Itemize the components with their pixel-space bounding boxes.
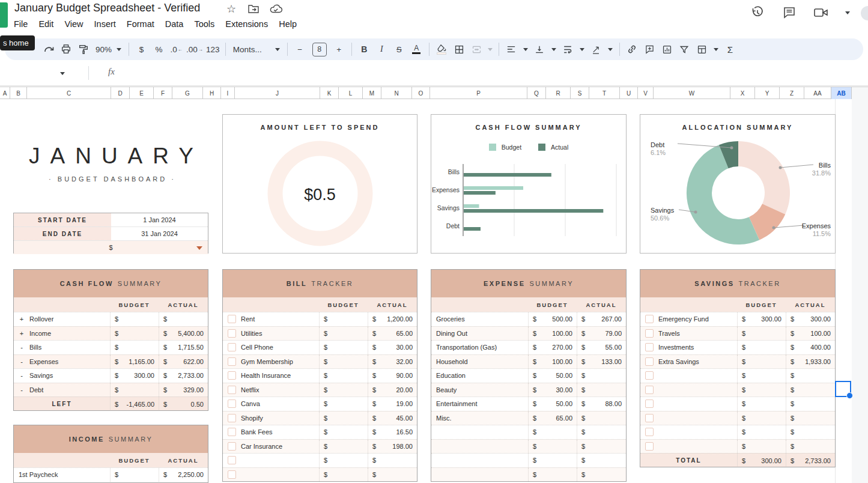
checkbox[interactable] — [645, 386, 654, 394]
zoom-select[interactable]: 90% — [93, 41, 124, 57]
currency-selector[interactable]: $ — [14, 241, 208, 254]
expense_summary-budget-cell[interactable]: $ — [528, 425, 577, 439]
menu-view[interactable]: View — [59, 18, 88, 30]
decrease-decimal-button[interactable]: .0← — [169, 41, 184, 57]
expense_summary-label-cell[interactable]: Groceries — [431, 312, 528, 326]
savings_tracker-budget-cell[interactable]: $ — [737, 355, 786, 369]
savings_tracker-actual-cell[interactable]: $ — [786, 440, 835, 454]
horizontal-align-button[interactable] — [504, 41, 519, 57]
text-color-button[interactable]: A — [409, 41, 424, 57]
cash_flow-label-cell[interactable]: -Debt — [14, 383, 110, 397]
bill_tracker-budget-cell[interactable]: $ — [319, 355, 368, 369]
checkbox[interactable] — [228, 315, 236, 323]
cash_flow-actual-cell[interactable]: $1,715.50 — [159, 341, 208, 354]
expense_summary-budget-cell[interactable]: $50.00 — [528, 397, 577, 411]
expense_summary-label-cell[interactable]: Transportation (Gas) — [431, 341, 528, 354]
savings_tracker-budget-cell[interactable]: $ — [737, 440, 786, 454]
checkbox[interactable] — [645, 442, 654, 451]
paint-format-button[interactable] — [76, 41, 91, 57]
bill_tracker-label-cell[interactable]: Shopify — [223, 412, 319, 425]
savings_tracker-footer-actual[interactable]: $2,733.00 — [786, 454, 835, 467]
checkbox[interactable] — [228, 386, 236, 394]
version-history-icon[interactable] — [750, 5, 765, 20]
bill_tracker-budget-cell[interactable]: $ — [319, 327, 368, 341]
number-format-button[interactable]: 123 — [205, 41, 220, 57]
cash_flow-budget-cell[interactable]: $ — [110, 341, 159, 354]
checkbox[interactable] — [645, 343, 654, 351]
savings_tracker-actual-cell[interactable]: $ — [786, 383, 835, 397]
column-header-D[interactable]: D — [111, 87, 130, 99]
checkbox[interactable] — [228, 399, 236, 408]
column-header-O[interactable]: O — [412, 87, 430, 99]
sheets-logo[interactable] — [0, 2, 8, 28]
name-box-caret[interactable] — [60, 72, 65, 75]
fill-color-button[interactable] — [434, 41, 449, 57]
savings_tracker-footer-budget[interactable]: $300.00 — [737, 454, 786, 467]
checkbox[interactable] — [645, 399, 654, 408]
column-header-V[interactable]: V — [638, 87, 654, 99]
expense_summary-label-cell[interactable]: Household — [431, 355, 528, 369]
expense_summary-label-cell[interactable]: Misc. — [431, 412, 528, 425]
bill_tracker-budget-cell[interactable]: $ — [319, 341, 368, 354]
bill_tracker-budget-cell[interactable]: $ — [319, 369, 368, 383]
move-to-folder-icon[interactable] — [247, 2, 260, 16]
cash_flow-actual-cell[interactable]: $2,733.00 — [159, 369, 208, 383]
bill_tracker-actual-cell[interactable]: $ — [368, 454, 417, 467]
income_summary-actual-cell[interactable]: $2,250.00 — [159, 468, 208, 482]
checkbox[interactable] — [645, 357, 654, 366]
savings_tracker-budget-cell[interactable]: $ — [737, 341, 786, 354]
menu-edit[interactable]: Edit — [33, 18, 59, 30]
expense_summary-actual-cell[interactable]: $ — [577, 369, 626, 383]
column-header-P[interactable]: P — [430, 87, 527, 99]
checkbox[interactable] — [228, 442, 236, 451]
savings_tracker-label-cell[interactable]: Emergency Fund — [640, 312, 737, 326]
start-date-label[interactable]: START DATE — [14, 213, 111, 226]
expense_summary-actual-cell[interactable]: $ — [577, 468, 626, 482]
meet-video-icon[interactable] — [813, 5, 829, 20]
expense_summary-actual-cell[interactable]: $ — [577, 440, 626, 454]
column-header-R[interactable]: R — [546, 87, 571, 99]
bill_tracker-label-cell[interactable]: Gym Membership — [223, 355, 319, 369]
bill_tracker-label-cell[interactable]: Rent — [223, 312, 319, 326]
savings_tracker-actual-cell[interactable]: $400.00 — [786, 341, 835, 354]
cash_flow-footer-budget[interactable]: $-1,465.00 — [110, 397, 159, 411]
star-icon[interactable]: ☆ — [225, 2, 238, 16]
avatar[interactable] — [861, 6, 868, 20]
cash_flow-footer-actual[interactable]: $0.50 — [159, 397, 208, 411]
bold-button[interactable]: B — [357, 41, 372, 57]
decrease-font-size-button[interactable]: − — [293, 41, 308, 57]
bill_tracker-actual-cell[interactable]: $90.00 — [368, 369, 417, 383]
savings_tracker-budget-cell[interactable]: $ — [737, 327, 786, 341]
bill_tracker-actual-cell[interactable]: $198.00 — [368, 440, 417, 454]
column-header-H[interactable]: H — [203, 87, 221, 99]
cash_flow-actual-cell[interactable]: $5,400.00 — [159, 327, 208, 341]
horizontal-align-caret[interactable] — [523, 48, 528, 51]
savings_tracker-actual-cell[interactable]: $ — [786, 369, 835, 383]
selected-cell[interactable] — [835, 381, 851, 397]
income_summary-budget-cell[interactable]: $ — [110, 468, 159, 482]
bill_tracker-actual-cell[interactable]: $16.50 — [368, 425, 417, 439]
checkbox[interactable] — [228, 357, 236, 366]
end-date-label[interactable]: END DATE — [14, 227, 111, 240]
column-header-C[interactable]: C — [27, 87, 111, 99]
column-header-AB[interactable]: AB — [831, 87, 852, 99]
column-header-A[interactable]: A — [0, 87, 10, 99]
expense_summary-label-cell[interactable] — [431, 454, 528, 467]
expense_summary-actual-cell[interactable]: $ — [577, 454, 626, 467]
savings_tracker-actual-cell[interactable]: $100.00 — [786, 327, 835, 341]
expense_summary-budget-cell[interactable]: $500.00 — [528, 312, 577, 326]
allocation-card[interactable]: ALLOCATION SUMMARY Bills31.8%Expenses11.… — [640, 114, 836, 254]
savings_tracker-label-cell[interactable] — [640, 369, 737, 383]
text-wrap-button[interactable] — [560, 41, 575, 57]
savings_tracker-actual-cell[interactable]: $ — [786, 425, 835, 439]
expense_summary-actual-cell[interactable]: $88.00 — [577, 397, 626, 411]
expense_summary-actual-cell[interactable]: $ — [577, 425, 626, 439]
bill_tracker-label-cell[interactable]: Utilities — [223, 327, 319, 341]
cash_flow-label-cell[interactable]: -Savings — [14, 369, 110, 383]
bill_tracker-budget-cell[interactable]: $ — [319, 397, 368, 411]
meet-dropdown-caret[interactable] — [845, 11, 850, 14]
expense_summary-budget-cell[interactable]: $ — [528, 468, 577, 482]
checkbox[interactable] — [228, 371, 236, 380]
savings_tracker-label-cell[interactable] — [640, 440, 737, 454]
expense_summary-label-cell[interactable] — [431, 440, 528, 454]
